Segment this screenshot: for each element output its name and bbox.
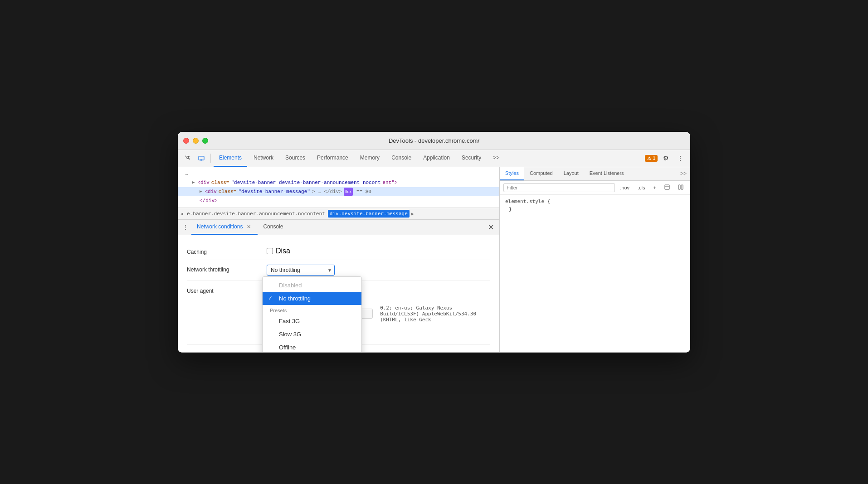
network-conditions-panel: Caching Disa Network throttling (178, 235, 499, 352)
styles-content: element.style { } (500, 195, 690, 216)
window-title: DevTools - developer.chrome.com/ (389, 137, 479, 144)
svg-rect-5 (681, 185, 683, 189)
tab-elements[interactable]: Elements (214, 150, 247, 167)
styles-tab-computed[interactable]: Computed (524, 167, 558, 180)
tab-more[interactable]: >> (488, 150, 505, 167)
styles-tab-more[interactable]: >> (677, 167, 690, 180)
caching-checkbox-wrap: Disa (267, 247, 290, 255)
throttling-dropdown[interactable]: No throttling (267, 265, 335, 276)
tab-performance[interactable]: Performance (312, 150, 354, 167)
code-line-1[interactable]: ▶ <div class="devsite-banner devsite-ban… (178, 178, 499, 187)
menu-disabled-label: Disabled (279, 282, 302, 289)
caching-label: Caching (187, 247, 259, 255)
device-toggle-icon[interactable] (195, 152, 208, 165)
right-panel: Styles Computed Layout Event Listeners >… (500, 167, 690, 352)
tag-close-1: ent"> (383, 179, 398, 187)
close-panel-icon[interactable]: ✕ (484, 223, 497, 232)
top-panels: … ▶ <div class="devsite-banner devsite-b… (178, 167, 690, 353)
traffic-lights (183, 138, 208, 144)
styles-tab-event-listeners[interactable]: Event Listeners (584, 167, 629, 180)
menu-item-offline[interactable]: Offline (263, 341, 361, 352)
inspect-icon[interactable] (181, 152, 194, 165)
caching-checkbox-label: Disa (276, 247, 290, 255)
throttling-label: Network throttling (187, 265, 259, 273)
tab-application[interactable]: Application (418, 150, 455, 167)
throttling-dropdown-menu: Disabled ✓ No throttling Presets Fast 3G (262, 276, 362, 352)
style-rule-name: element.style { (505, 198, 550, 204)
dollar-sign: == $0 (356, 188, 371, 196)
breadcrumb-item-1[interactable]: e-banner.devsite-banner-announcement.noc… (185, 210, 327, 218)
svg-rect-4 (678, 185, 680, 189)
caching-row: Caching Disa (187, 242, 490, 260)
svg-rect-2 (665, 185, 669, 189)
elements-panel: … ▶ <div class="devsite-banner devsite-b… (178, 167, 499, 208)
user-agent-label: User agent (187, 286, 259, 294)
attr-value-2: "devsite-banner-message" (238, 188, 310, 196)
code-line-2[interactable]: ▶ <div class="devsite-banner-message"> …… (178, 187, 499, 196)
layout-icon[interactable] (675, 183, 687, 193)
triangle-icon-2: ▶ (200, 188, 202, 196)
settings-icon[interactable]: ⚙ (659, 152, 672, 165)
styles-toolbar: :hov .cls + (500, 181, 690, 195)
tab-network[interactable]: Network (248, 150, 279, 167)
checkmark-icon: ✓ (268, 295, 273, 301)
tag-open-1: <div (197, 179, 209, 187)
breadcrumb-right-arrow[interactable]: ▶ (410, 211, 415, 216)
tag-open-2: <div (205, 188, 216, 196)
separator-1 (210, 154, 211, 163)
tab-memory[interactable]: Memory (355, 150, 385, 167)
tab-nc-label: Network conditions (197, 223, 243, 230)
warning-count: 1 (653, 156, 655, 161)
menu-header-presets: Presets (263, 305, 361, 315)
throttling-dropdown-wrap: No throttling ▼ Disabled ✓ (267, 265, 335, 276)
warning-badge[interactable]: ⚠ 1 (645, 155, 658, 162)
caching-checkbox[interactable] (267, 248, 273, 254)
throttling-row: Network throttling No throttling ▼ (187, 260, 490, 281)
code-line-3[interactable]: </div> (178, 196, 499, 205)
more-options-icon[interactable]: ⋮ (674, 152, 687, 165)
tab-network-conditions[interactable]: Network conditions ✕ (191, 219, 258, 235)
cls-button[interactable]: .cls (634, 183, 649, 192)
triangle-icon: ▶ (192, 179, 195, 187)
styles-tab-styles[interactable]: Styles (500, 167, 524, 180)
menu-slow-3g-label: Slow 3G (279, 331, 301, 338)
throttling-content: No throttling ▼ Disabled ✓ (267, 265, 490, 276)
menu-item-disabled[interactable]: Disabled (263, 279, 361, 292)
ellipsis-dots: … (185, 169, 188, 178)
title-bar: DevTools - developer.chrome.com/ (178, 132, 690, 150)
tab-security[interactable]: Security (456, 150, 487, 167)
left-panel: … ▶ <div class="devsite-banner devsite-b… (178, 167, 500, 352)
three-dots-icon[interactable]: ⋮ (180, 223, 191, 231)
breadcrumb-bar: ◀ e-banner.devsite-banner-announcement.n… (178, 208, 499, 220)
tab-sources[interactable]: Sources (280, 150, 311, 167)
breadcrumb-left-arrow[interactable]: ◀ (180, 211, 184, 216)
tab-nc-close[interactable]: ✕ (245, 223, 252, 230)
styles-tabs: Styles Computed Layout Event Listeners >… (500, 167, 690, 181)
breadcrumb-item-2[interactable]: div.devsite-banner-message (328, 210, 410, 218)
filter-input[interactable] (503, 183, 615, 192)
menu-item-slow-3g[interactable]: Slow 3G (263, 328, 361, 341)
menu-item-fast-3g[interactable]: Fast 3G (263, 315, 361, 328)
ua-string-suffix: 0.2; en-us; Galaxy Nexus Build/ICL53F) A… (380, 305, 490, 323)
dots-2: > … </div> (312, 188, 342, 196)
style-rule-close: } (505, 206, 685, 212)
code-line-ellipsis: … (178, 169, 499, 178)
bottom-tabs-bar: ⋮ Network conditions ✕ Console ✕ (178, 220, 499, 235)
tab-console-label: Console (263, 223, 283, 230)
hov-button[interactable]: :hov (617, 183, 633, 192)
menu-no-throttling-label: No throttling (279, 295, 311, 302)
style-rule-element: element.style { (505, 198, 685, 204)
warning-icon: ⚠ (647, 156, 651, 161)
toolbar-right: ⚠ 1 ⚙ ⋮ (645, 152, 687, 165)
tab-console[interactable]: Console (386, 150, 417, 167)
minimize-button[interactable] (193, 138, 199, 144)
menu-offline-label: Offline (279, 344, 296, 351)
tab-console-bottom[interactable]: Console (258, 219, 288, 235)
styles-tab-layout[interactable]: Layout (558, 167, 584, 180)
attr-value-1: "devsite-banner devsite-banner-announcem… (231, 179, 380, 187)
maximize-button[interactable] (202, 138, 208, 144)
add-style-icon[interactable]: + (650, 183, 659, 192)
close-button[interactable] (183, 138, 189, 144)
menu-item-no-throttling[interactable]: ✓ No throttling (263, 292, 361, 305)
inspector-icon[interactable] (661, 183, 673, 193)
